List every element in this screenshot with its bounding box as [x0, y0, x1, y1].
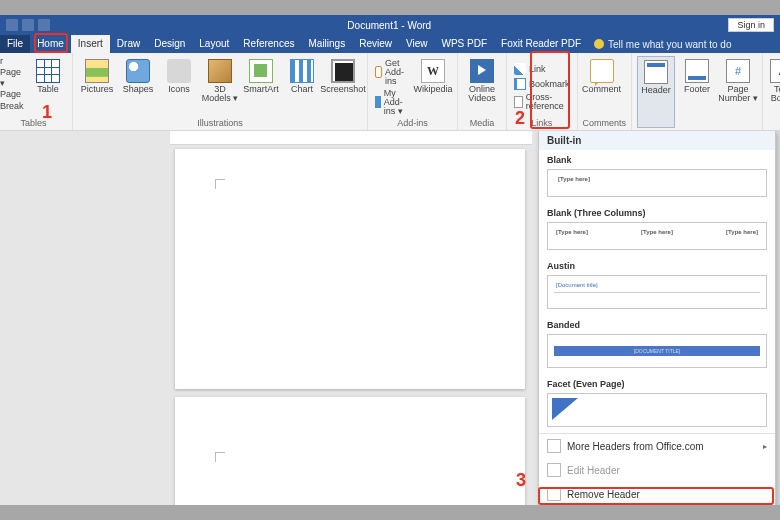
pictures-button[interactable]: Pictures	[78, 56, 116, 118]
video-icon	[470, 59, 494, 83]
tab-foxit[interactable]: Foxit Reader PDF	[494, 35, 588, 53]
bookmark-icon	[514, 78, 526, 90]
header-button[interactable]: Header	[637, 56, 675, 128]
window-title: Document1 - Word	[50, 20, 728, 31]
undo-icon[interactable]	[22, 19, 34, 31]
3d-icon	[208, 59, 232, 83]
office-icon	[547, 439, 561, 453]
tab-home[interactable]: Home	[30, 35, 71, 53]
chart-icon	[290, 59, 314, 83]
crossref-icon	[514, 96, 523, 108]
ribbon-tabs: File Home Insert Draw Design Layout Refe…	[0, 35, 780, 53]
group-text: Text	[768, 118, 780, 130]
textbox-icon	[770, 59, 780, 83]
footer-button[interactable]: Footer	[678, 56, 716, 128]
signin-button[interactable]: Sign in	[728, 18, 774, 32]
link-button[interactable]: Link	[512, 62, 572, 76]
icons-icon	[167, 59, 191, 83]
edit-header-icon	[547, 463, 561, 477]
page-2[interactable]	[175, 397, 525, 505]
group-addins: Add-ins	[373, 118, 452, 130]
pagenumber-icon	[726, 59, 750, 83]
comment-icon	[590, 59, 614, 83]
footer-icon	[685, 59, 709, 83]
tab-file[interactable]: File	[0, 35, 30, 53]
textbox-button[interactable]: Text Box ▾	[768, 56, 780, 118]
pagenumber-button[interactable]: Page Number ▾	[719, 56, 757, 128]
wikipedia-icon: W	[421, 59, 445, 83]
header-dropdown: Built-in Blank [Type here] Blank (Three …	[538, 131, 776, 505]
tab-insert[interactable]: Insert	[71, 35, 110, 53]
pictures-icon	[85, 59, 109, 83]
smartart-icon	[249, 59, 273, 83]
online-videos-button[interactable]: Online Videos	[463, 56, 501, 118]
shapes-button[interactable]: Shapes	[119, 56, 157, 118]
dd-item-blank[interactable]: [Type here]	[547, 169, 767, 197]
dd-item-facet-label: Facet (Even Page)	[539, 374, 775, 391]
dd-item-banded-label: Banded	[539, 315, 775, 332]
tab-references[interactable]: References	[236, 35, 301, 53]
tab-layout[interactable]: Layout	[192, 35, 236, 53]
document-area[interactable]: Built-in Blank [Type here] Blank (Three …	[0, 131, 780, 505]
remove-header-button[interactable]: Remove Header	[539, 482, 775, 505]
addins-icon	[375, 96, 381, 108]
annot-num-2: 2	[515, 109, 525, 127]
bookmark-button[interactable]: Bookmark	[512, 77, 572, 91]
icons-button[interactable]: Icons	[160, 56, 198, 118]
redo-icon[interactable]	[38, 19, 50, 31]
wikipedia-button[interactable]: WWikipedia	[414, 56, 452, 118]
group-tables: Tables	[0, 118, 67, 130]
3dmodels-button[interactable]: 3D Models ▾	[201, 56, 239, 118]
tab-draw[interactable]: Draw	[110, 35, 147, 53]
annot-num-3: 3	[516, 471, 526, 489]
tab-design[interactable]: Design	[147, 35, 192, 53]
link-icon	[514, 63, 526, 75]
tab-review[interactable]: Review	[352, 35, 399, 53]
facet-triangle-icon	[552, 398, 578, 420]
tab-view[interactable]: View	[399, 35, 435, 53]
cover-page-cut[interactable]: r Page ▾	[0, 56, 26, 88]
save-icon[interactable]	[6, 19, 18, 31]
more-headers-button[interactable]: More Headers from Office.com▸	[539, 434, 775, 458]
screenshot-button[interactable]: Screenshot	[324, 56, 362, 118]
chart-button[interactable]: Chart	[283, 56, 321, 118]
group-media: Media	[463, 118, 501, 130]
dd-item-3col[interactable]: [Type here] [Type here] [Type here]	[547, 222, 767, 250]
group-illustrations: Illustrations	[78, 118, 362, 130]
dd-item-3col-label: Blank (Three Columns)	[539, 203, 775, 220]
group-headerfooter	[637, 128, 757, 130]
dd-item-facet[interactable]	[547, 393, 767, 427]
blank-page-cut[interactable]: Page	[0, 89, 26, 100]
annot-num-1: 1	[42, 103, 52, 121]
my-addins-button[interactable]: My Add-ins ▾	[373, 88, 411, 117]
dd-item-banded[interactable]: [DOCUMENT TITLE]	[547, 334, 767, 368]
group-comments: Comments	[583, 118, 627, 130]
dd-item-austin-label: Austin	[539, 256, 775, 273]
tab-wpspdf[interactable]: WPS PDF	[434, 35, 494, 53]
page-1[interactable]	[175, 149, 525, 389]
bulb-icon	[594, 39, 604, 49]
edit-header-button[interactable]: Edit Header	[539, 458, 775, 482]
page-break-cut[interactable]: Break	[0, 101, 26, 112]
remove-header-icon	[547, 487, 561, 501]
ruler[interactable]	[170, 131, 532, 145]
smartart-button[interactable]: SmartArt	[242, 56, 280, 118]
tellme-search[interactable]: Tell me what you want to do	[588, 39, 780, 50]
dd-section-builtin: Built-in	[539, 131, 775, 150]
ribbon: r Page ▾ Page Break Table Tables Picture…	[0, 53, 780, 131]
header-icon	[644, 60, 668, 84]
dd-item-austin[interactable]: [Document title]	[547, 275, 767, 309]
comment-button[interactable]: Comment	[583, 56, 621, 118]
screenshot-icon	[331, 59, 355, 83]
dd-item-blank-label: Blank	[539, 150, 775, 167]
store-icon	[375, 66, 382, 78]
shapes-icon	[126, 59, 150, 83]
tab-mailings[interactable]: Mailings	[301, 35, 352, 53]
get-addins-button[interactable]: Get Add-ins	[373, 58, 411, 87]
